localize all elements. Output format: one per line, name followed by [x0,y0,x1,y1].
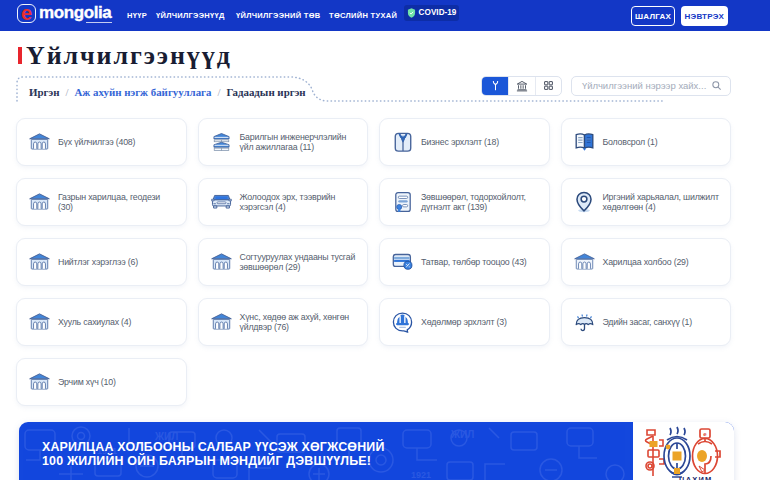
svg-text:ЖИЛ: ЖИЛ [450,429,474,440]
svg-text:e: e [703,431,707,437]
svg-text:1921: 1921 [411,470,431,480]
